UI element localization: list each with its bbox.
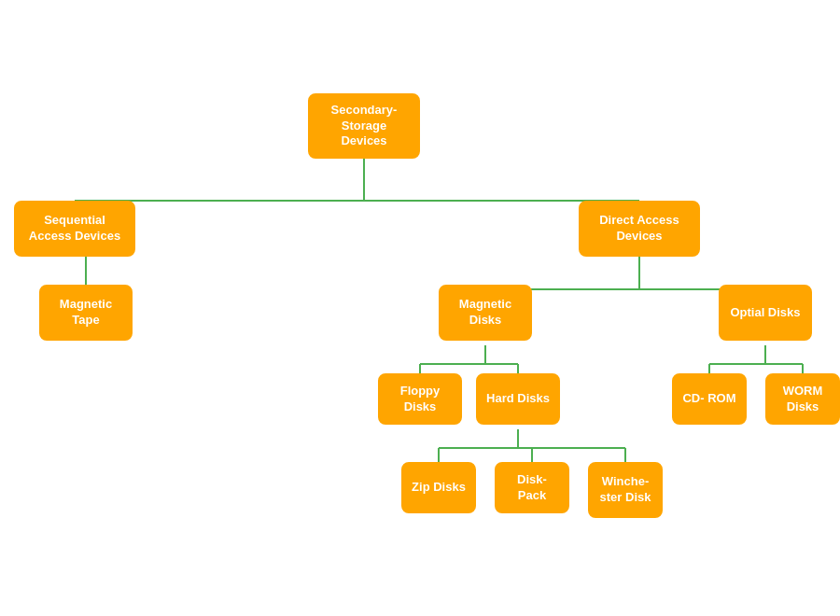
node-direct: Direct Access Devices <box>579 201 700 257</box>
node-worm: WORM Disks <box>765 373 840 425</box>
node-optical-disks: Optial Disks <box>719 285 812 341</box>
node-sequential: Sequential Access Devices <box>14 201 135 257</box>
node-magnetic-tape: Magnetic Tape <box>39 285 133 341</box>
node-floppy: Floppy Disks <box>378 373 462 425</box>
diagram-container: Secondary- Storage Devices Sequential Ac… <box>0 0 840 616</box>
node-magnetic-disks: Magnetic Disks <box>439 285 532 341</box>
node-hard: Hard Disks <box>476 373 560 425</box>
node-winchester: Winche- ster Disk <box>588 462 663 518</box>
node-zip: Zip Disks <box>401 462 476 513</box>
node-diskpack: Disk- Pack <box>495 462 569 513</box>
node-root: Secondary- Storage Devices <box>308 93 420 159</box>
node-cdrom: CD- ROM <box>672 373 747 425</box>
